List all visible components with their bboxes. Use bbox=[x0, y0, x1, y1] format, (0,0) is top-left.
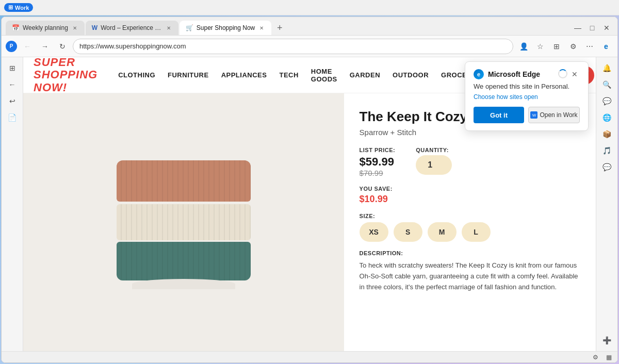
browser-tab-shopping[interactable]: 🛒 Super Shopping Now ✕ bbox=[180, 21, 271, 35]
address-text: https://www.supershoppingnow.com bbox=[79, 42, 186, 50]
tab-close-weekly[interactable]: ✕ bbox=[71, 24, 78, 31]
right-sidebar-chat-icon[interactable]: 💬 bbox=[600, 94, 614, 108]
browser-window: 📅 Weekly planning ✕ W Word – Experience … bbox=[1, 16, 618, 363]
right-sidebar-globe-icon[interactable]: 🌐 bbox=[600, 111, 614, 124]
popup-buttons: Got it W Open in Work bbox=[474, 107, 580, 123]
titlebar-controls: — □ ✕ bbox=[571, 23, 613, 35]
settings-icon-button[interactable]: ⋯ bbox=[582, 39, 597, 54]
price-quantity-row: LIST PRICE: $59.99 $70.99 QUANTITY: bbox=[360, 147, 580, 177]
description-section: DESCRIPTION: To heck with scratchy sweat… bbox=[360, 250, 580, 292]
sidebar-undo-icon[interactable]: ↩ bbox=[6, 94, 19, 108]
new-tab-button[interactable]: + bbox=[272, 21, 287, 35]
sweater-bottom-layer bbox=[117, 242, 251, 280]
tab-label-weekly: Weekly planning bbox=[23, 24, 68, 31]
os-taskbar: ⊞ Work bbox=[0, 0, 619, 15]
site-nav-links: CLOTHING FURNITURE APPLIANCES TECH HOME … bbox=[108, 68, 477, 83]
nav-link-appliances[interactable]: APPLIANCES bbox=[221, 71, 267, 79]
statusbar-sidebar-icon[interactable]: ▦ bbox=[604, 353, 613, 362]
sidebar-apps-icon[interactable]: ⊞ bbox=[6, 61, 19, 75]
right-sidebar-bell-icon[interactable]: 🔔 bbox=[600, 61, 614, 75]
taskbar-work-badge[interactable]: ⊞ Work bbox=[4, 3, 33, 12]
tab-favicon-shopping: 🛒 bbox=[186, 24, 193, 31]
product-details: The Keep It Cozy Sweater Sparrow + Stitc… bbox=[344, 93, 596, 351]
browser-tab-weekly-planning[interactable]: 📅 Weekly planning ✕ bbox=[6, 21, 85, 35]
window-minimize-button[interactable]: — bbox=[571, 23, 584, 33]
nav-link-outdoor[interactable]: OUTDOOR bbox=[393, 71, 429, 79]
tab-close-shopping[interactable]: ✕ bbox=[258, 24, 265, 31]
popup-choose-link[interactable]: Choose how sites open bbox=[474, 93, 580, 101]
sweater-shelf bbox=[132, 279, 235, 289]
size-label: SIZE: bbox=[360, 213, 580, 219]
nav-link-tech[interactable]: TECH bbox=[279, 71, 298, 79]
nav-link-garden[interactable]: GARDEN bbox=[350, 71, 380, 79]
tab-close-word[interactable]: ✕ bbox=[165, 24, 172, 31]
price-current: $59.99 bbox=[360, 155, 396, 169]
popup-message: We opened this site in Personal. bbox=[474, 82, 580, 90]
taskbar-work-icon: ⊞ bbox=[8, 4, 13, 11]
toolbar-icons: 👤 ☆ ⊞ ⚙ ⋯ e bbox=[516, 39, 613, 54]
browser-toolbar: P ← → ↻ https://www.supershoppingnow.com… bbox=[2, 36, 617, 57]
window-maximize-button[interactable]: □ bbox=[585, 23, 599, 33]
save-label: YOU SAVE: bbox=[360, 186, 580, 192]
price-original: $70.99 bbox=[360, 169, 396, 177]
profile-badge[interactable]: P bbox=[6, 41, 17, 52]
right-sidebar-add-icon[interactable]: ➕ bbox=[600, 334, 614, 347]
nav-link-home-goods[interactable]: HOME GOODS bbox=[311, 68, 337, 83]
popup-close-button[interactable]: ✕ bbox=[569, 69, 580, 79]
sweater-top-layer bbox=[117, 160, 251, 202]
description-label: DESCRIPTION: bbox=[360, 250, 580, 256]
collections-icon-button[interactable]: ⊞ bbox=[549, 39, 564, 54]
browser-body: ⊞ ← ↩ 📄 SUPER SHOPPING NOW! CLOTHING FUR bbox=[2, 57, 617, 351]
tab-label-word: Word – Experience Built for Focus bbox=[101, 24, 162, 31]
nav-link-clothing[interactable]: CLOTHING bbox=[118, 71, 155, 79]
right-sidebar-message-icon[interactable]: 💬 bbox=[600, 160, 614, 174]
popup-title-row: e Microsoft Edge bbox=[474, 69, 540, 79]
edge-popup: e Microsoft Edge ✕ We opened this site i… bbox=[465, 61, 589, 131]
size-l-button[interactable]: L bbox=[462, 222, 491, 242]
open-in-work-label: Open in Work bbox=[540, 111, 577, 119]
price-section: LIST PRICE: $59.99 $70.99 bbox=[360, 147, 396, 177]
browser-tab-word[interactable]: W Word – Experience Built for Focus ✕ bbox=[86, 21, 178, 35]
you-save-section: YOU SAVE: $10.99 bbox=[360, 186, 580, 205]
sidebar-back-icon[interactable]: ← bbox=[6, 78, 19, 91]
product-page: The Keep It Cozy Sweater Sparrow + Stitc… bbox=[23, 93, 596, 351]
nav-link-furniture[interactable]: FURNITURE bbox=[168, 71, 209, 79]
size-xs-button[interactable]: XS bbox=[360, 222, 388, 242]
tab-label-shopping: Super Shopping Now bbox=[197, 24, 255, 31]
forward-button[interactable]: → bbox=[38, 39, 52, 54]
site-logo: SUPER SHOPPING NOW! bbox=[34, 57, 97, 94]
quantity-stepper[interactable] bbox=[416, 155, 452, 175]
popup-spinner bbox=[558, 69, 567, 78]
size-s-button[interactable]: S bbox=[394, 222, 422, 242]
refresh-button[interactable]: ↻ bbox=[55, 39, 70, 54]
description-text: To heck with scratchy sweaters! The Keep… bbox=[360, 260, 580, 292]
profile-icon-button[interactable]: 👤 bbox=[516, 39, 531, 54]
browser-sidebar-right: 🔔 🔍 💬 🌐 📦 🎵 💬 ➕ bbox=[596, 57, 617, 351]
address-bar[interactable]: https://www.supershoppingnow.com bbox=[73, 39, 513, 54]
popup-header: e Microsoft Edge ✕ bbox=[474, 69, 580, 79]
sweater-middle-layer bbox=[117, 204, 251, 240]
window-close-button[interactable]: ✕ bbox=[600, 23, 613, 33]
sidebar-file-icon[interactable]: 📄 bbox=[6, 111, 19, 124]
tab-favicon-word: W bbox=[92, 24, 97, 31]
browser-statusbar: ⚙ ▦ bbox=[2, 351, 617, 362]
product-image-area bbox=[23, 93, 344, 351]
edge-sidebar-button[interactable]: e bbox=[599, 39, 613, 54]
open-in-work-button[interactable]: W Open in Work bbox=[528, 107, 580, 123]
quantity-section: QUANTITY: bbox=[416, 147, 452, 175]
size-buttons: XS S M L bbox=[360, 222, 580, 242]
favorites-icon-button[interactable]: ☆ bbox=[533, 39, 547, 54]
taskbar-work-label: Work bbox=[15, 5, 29, 11]
extensions-icon-button[interactable]: ⚙ bbox=[566, 39, 580, 54]
right-sidebar-search-icon[interactable]: 🔍 bbox=[600, 78, 614, 91]
got-it-button[interactable]: Got it bbox=[474, 107, 524, 123]
size-section: SIZE: XS S M L bbox=[360, 213, 580, 242]
right-sidebar-music-icon[interactable]: 🎵 bbox=[600, 144, 614, 157]
tab-favicon-weekly: 📅 bbox=[12, 24, 20, 31]
size-m-button[interactable]: M bbox=[428, 222, 457, 242]
statusbar-settings-icon[interactable]: ⚙ bbox=[591, 353, 600, 362]
right-sidebar-box-icon[interactable]: 📦 bbox=[600, 127, 614, 141]
back-button[interactable]: ← bbox=[20, 39, 35, 54]
sweater-image bbox=[111, 155, 256, 289]
popup-title: Microsoft Edge bbox=[488, 70, 540, 78]
